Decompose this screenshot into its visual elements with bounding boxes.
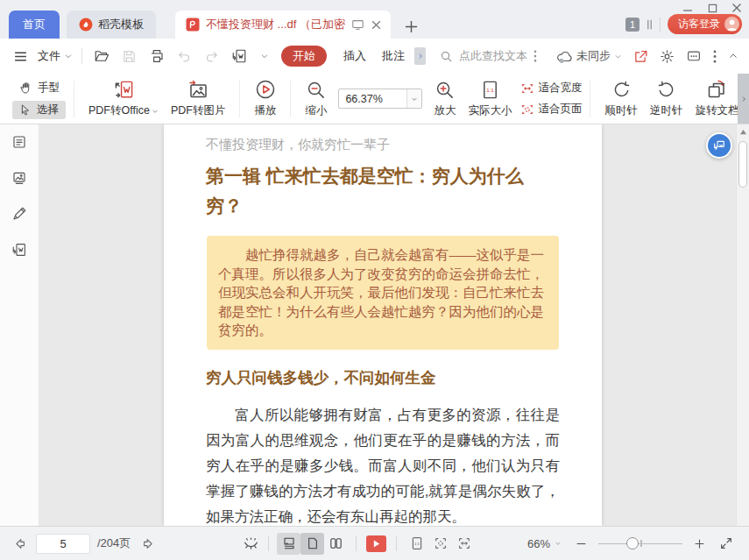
view-continuous-button[interactable]: [277, 533, 300, 555]
float-tab-icon[interactable]: [351, 18, 364, 31]
zoom-slider[interactable]: [598, 537, 682, 549]
tab-comment[interactable]: 批注: [382, 48, 405, 64]
share-icon[interactable]: [633, 49, 648, 64]
pdf-to-office-label: PDF转Office: [88, 103, 150, 118]
signature-panel-icon[interactable]: [10, 204, 29, 223]
ribbon-tabs-expand-chevron[interactable]: [414, 47, 426, 65]
hand-icon: [18, 81, 32, 95]
play-button[interactable]: 播放: [248, 79, 282, 118]
fit-width-status-icon[interactable]: [452, 533, 476, 555]
chevron-down-icon: [64, 52, 73, 60]
prev-page-arrow[interactable]: [12, 536, 29, 551]
document-viewport[interactable]: 不懂投资理财，你就穷忙一辈子 第一辑 忙来忙去都是空忙：穷人为什么穷？ 越忙挣得…: [39, 124, 736, 526]
tab-docer-label: 稻壳模板: [98, 17, 144, 32]
fit-width-button[interactable]: 适合宽度: [521, 81, 582, 96]
view-two-page-button[interactable]: [324, 533, 348, 555]
chapter-title: 第一辑 忙来忙去都是空忙：穷人为什么穷？: [206, 161, 553, 221]
find-text-field[interactable]: 点此查找文本: [440, 48, 537, 64]
guest-login-button[interactable]: 访客登录: [668, 14, 742, 34]
fullscreen-icon[interactable]: [716, 536, 737, 550]
export-panel-icon[interactable]: [10, 240, 29, 259]
maximize-button[interactable]: [707, 3, 717, 13]
menubar-right: 未同步: [556, 48, 738, 64]
ribbon-toolbar: 手型 选择 PDF转Office PDF转图片 播放 缩小 66.37%: [0, 74, 749, 124]
svg-text:1:1: 1:1: [414, 542, 420, 546]
tab-docer-templates[interactable]: 稻壳模板: [67, 11, 156, 39]
zoom-minus-button[interactable]: [572, 538, 590, 549]
more-vertical-icon[interactable]: [713, 50, 717, 63]
window-count-badge[interactable]: 1: [625, 18, 639, 32]
hand-tool-button[interactable]: 手型: [12, 79, 66, 97]
window-controls: [682, 3, 742, 13]
zoom-in-button[interactable]: 放大: [427, 80, 462, 118]
file-menu[interactable]: 文件: [38, 48, 73, 64]
divider: [290, 81, 291, 117]
pdf-to-image-button[interactable]: PDF转图片: [165, 79, 232, 118]
minimize-button[interactable]: [682, 3, 693, 13]
close-tab-icon[interactable]: [371, 19, 382, 31]
image-panel-icon[interactable]: [10, 168, 29, 188]
zoom-cluster: 66%: [527, 536, 737, 550]
view-single-page-button[interactable]: [300, 533, 324, 555]
window-stack-icon[interactable]: [647, 18, 653, 31]
intro-quote-box: 越忙挣得就越多，自己就会越富有——这似乎是一个真理。所以很多人为了改变贫穷的命运…: [207, 236, 559, 350]
tab-document-active[interactable]: 不懂投资理财 ...df （已加密）: [175, 11, 391, 39]
section-heading: 穷人只问钱多钱少，不问如何生金: [206, 367, 560, 388]
actual-size-status-icon[interactable]: 1:1: [405, 533, 428, 555]
vertical-scrollbar[interactable]: [736, 124, 749, 526]
tab-start[interactable]: 开始: [281, 46, 327, 67]
close-window-button[interactable]: [731, 3, 742, 13]
zoom-out-button[interactable]: 缩小: [299, 80, 333, 118]
open-folder-icon[interactable]: [91, 46, 112, 67]
search-icon: [440, 50, 453, 63]
tab-home-label: 首页: [23, 17, 46, 32]
scroll-up-arrow[interactable]: [739, 129, 747, 135]
undo-icon[interactable]: [174, 46, 194, 67]
next-page-arrow[interactable]: [139, 536, 156, 551]
pdf-page: 不懂投资理财，你就穷忙一辈子 第一辑 忙来忙去都是空忙：穷人为什么穷？ 越忙挣得…: [164, 124, 602, 526]
outline-panel-icon[interactable]: [10, 132, 29, 152]
print-icon[interactable]: [146, 46, 167, 67]
eye-protect-icon[interactable]: [242, 535, 260, 551]
sync-status[interactable]: 未同步: [556, 48, 622, 64]
zoom-plus-button[interactable]: [690, 538, 709, 549]
zoom-combobox-caret[interactable]: [406, 89, 421, 108]
zoom-slider-thumb[interactable]: [626, 537, 639, 549]
export-word-icon[interactable]: [229, 46, 250, 67]
rotate-document-button[interactable]: 旋转文档: [689, 79, 745, 118]
fit-page-button[interactable]: 适合页面: [521, 102, 582, 117]
find-text-placeholder: 点此查找文本: [459, 48, 527, 64]
tab-home[interactable]: 首页: [9, 11, 60, 39]
rotate-counterclockwise-icon: [656, 80, 676, 100]
play-slideshow-button[interactable]: [366, 535, 386, 552]
zoom-percent-label[interactable]: 66%: [527, 537, 550, 550]
zoom-out-label: 缩小: [305, 103, 327, 118]
zoom-out-icon: [306, 80, 326, 100]
settings-gear-icon[interactable]: [660, 49, 675, 64]
message-icon[interactable]: [686, 49, 702, 64]
zoom-level-combobox[interactable]: 66.37%: [338, 89, 422, 109]
redo-icon[interactable]: [201, 46, 222, 67]
actual-size-button[interactable]: 1:1 实际大小: [462, 80, 518, 118]
tab-insert[interactable]: 插入: [343, 48, 366, 64]
ribbon-expander[interactable]: [738, 74, 749, 124]
main-menu-icon[interactable]: [11, 46, 31, 67]
new-tab-button[interactable]: [405, 20, 418, 33]
svg-text:1:1: 1:1: [486, 86, 494, 92]
scrollbar-thumb[interactable]: [738, 141, 747, 188]
select-tool-button[interactable]: 选择: [12, 101, 66, 119]
zoom-in-icon: [435, 80, 455, 100]
collapse-ribbon-icon[interactable]: [728, 51, 738, 61]
page-number-input[interactable]: [36, 534, 90, 554]
rotate-counterclockwise-button[interactable]: 逆时针: [644, 80, 689, 118]
zoom-in-label: 放大: [434, 103, 456, 118]
fit-page-status-icon[interactable]: [428, 533, 452, 555]
rotate-clockwise-button[interactable]: 顺时针: [598, 80, 644, 118]
convert-float-button[interactable]: [706, 132, 732, 159]
pdf-to-office-button[interactable]: PDF转Office: [82, 79, 165, 118]
zoom-percent-caret[interactable]: [555, 540, 562, 547]
save-icon[interactable]: [119, 46, 139, 67]
hand-tool-label: 手型: [38, 81, 60, 96]
dropdown-caret-icon[interactable]: [260, 52, 269, 60]
tab-bar: 首页 稻壳模板 不懂投资理财 ...df （已加密）: [9, 11, 418, 39]
